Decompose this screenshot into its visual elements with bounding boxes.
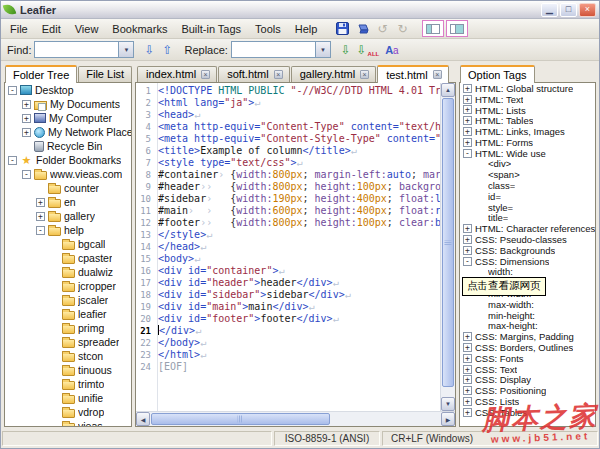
tree-item-en[interactable]: +en (5, 195, 131, 209)
save-icon[interactable] (332, 20, 352, 38)
find-previous-icon[interactable]: ⇧ (158, 43, 176, 57)
expand-toggle-icon[interactable]: + (463, 235, 472, 244)
tree-item-trimto[interactable]: trimto (5, 377, 131, 391)
undo-icon[interactable]: ↺ (372, 20, 392, 38)
collapse-toggle-icon[interactable]: - (463, 149, 472, 158)
collapse-toggle-icon[interactable]: - (8, 86, 17, 95)
expand-toggle-icon[interactable]: + (463, 332, 472, 341)
close-tab-icon[interactable]: × (360, 70, 369, 79)
tree-item-vieas[interactable]: vieas (5, 419, 131, 427)
code-line-24[interactable]: 24[EOF] (136, 361, 440, 373)
tree-item-desktop[interactable]: -Desktop (5, 83, 131, 97)
code-line-13[interactable]: 13</style>↵ (136, 229, 440, 241)
collapse-toggle-icon[interactable]: - (8, 156, 17, 165)
scroll-down-icon[interactable]: ▼ (441, 397, 455, 411)
option-item-max-width[interactable]: max-width: (460, 299, 595, 310)
menu-help[interactable]: Help (288, 20, 325, 38)
option-item-html-text[interactable]: +HTML: Text (460, 94, 595, 105)
menu-bookmarks[interactable]: Bookmarks (105, 20, 174, 38)
option-item-html-links-images[interactable]: +HTML: Links, Images (460, 126, 595, 137)
option-item-id[interactable]: id= (460, 191, 595, 202)
option-item-css-pseudo-classes[interactable]: +CSS: Pseudo-classes (460, 234, 595, 245)
expand-toggle-icon[interactable]: + (463, 95, 472, 104)
tree-item-tinuous[interactable]: tinuous (5, 363, 131, 377)
code-line-3[interactable]: 3<head>↵ (136, 109, 440, 121)
option-item-html-tables[interactable]: +HTML: Tables (460, 115, 595, 126)
tree-item-help[interactable]: -help (5, 223, 131, 237)
code-line-9[interactable]: 9#header›› {width:800px; height:100px; b… (136, 181, 440, 193)
menu-file[interactable]: File (3, 20, 35, 38)
tree-item-spreader[interactable]: spreader (5, 335, 131, 349)
code-line-15[interactable]: 15<body>↵ (136, 253, 440, 265)
option-item-html-character-references[interactable]: +HTML: Character references (460, 223, 595, 234)
tree-item-vdrop[interactable]: vdrop (5, 405, 131, 419)
option-item-css-tables[interactable]: +CSS: Tables (460, 407, 595, 418)
tree-item-jscaler[interactable]: jscaler (5, 293, 131, 307)
horizontal-scroll-thumb[interactable] (151, 413, 330, 425)
code-line-21[interactable]: 21</div>↵ (136, 325, 440, 337)
find-input[interactable] (35, 42, 118, 57)
tab-folder-tree[interactable]: Folder Tree (5, 65, 77, 83)
expand-toggle-icon[interactable]: + (463, 354, 472, 363)
code-line-8[interactable]: 8#container› {width:800px; margin-left:a… (136, 169, 440, 181)
option-item-css-dimensions[interactable]: -CSS: Dimensions (460, 256, 595, 267)
tab-gallery-html[interactable]: gallery.html× (291, 66, 376, 82)
scroll-left-icon[interactable]: ◀ (136, 412, 150, 426)
menu-built-in-tags[interactable]: Built-in Tags (174, 20, 248, 38)
match-case-icon[interactable]: Aa (381, 44, 403, 56)
option-item-html-lists[interactable]: +HTML: Lists (460, 105, 595, 116)
collapse-toggle-icon[interactable]: - (463, 257, 472, 266)
horizontal-scroll-track[interactable] (331, 412, 441, 426)
tree-item-primg[interactable]: primg (5, 321, 131, 335)
tree-item-jcropper[interactable]: jcropper (5, 279, 131, 293)
code-line-6[interactable]: 6<title>Example of column</title>↵ (136, 145, 440, 157)
expand-toggle-icon[interactable]: + (36, 212, 45, 221)
tree-item-unifie[interactable]: unifie (5, 391, 131, 405)
close-tab-icon[interactable]: × (201, 70, 210, 79)
tab-soft-html[interactable]: soft.html× (218, 66, 290, 82)
option-item-html-wide-use[interactable]: -HTML: Wide use (460, 148, 595, 159)
collapse-toggle-icon[interactable]: - (22, 170, 31, 179)
eraser-icon[interactable] (352, 20, 372, 38)
expand-toggle-icon[interactable]: + (463, 84, 472, 93)
expand-toggle-icon[interactable]: + (463, 116, 472, 125)
replace-all-icon[interactable]: ⇩ ALL (355, 43, 381, 57)
find-dropdown-icon[interactable]: ▼ (118, 42, 133, 57)
tab-option-tags[interactable]: Option Tags (460, 65, 535, 83)
redo-icon[interactable]: ↻ (392, 20, 412, 38)
code-line-23[interactable]: 23</html>↵ (136, 349, 440, 361)
option-item-css-display[interactable]: +CSS: Display (460, 375, 595, 386)
code-line-22[interactable]: 22</body>↵ (136, 337, 440, 349)
expand-toggle-icon[interactable]: + (463, 138, 472, 147)
toggle-right-panel-icon[interactable] (446, 20, 468, 37)
close-button[interactable]: × (579, 3, 596, 17)
collapse-toggle-icon[interactable]: - (36, 226, 45, 235)
menu-tools[interactable]: Tools (248, 20, 288, 38)
horizontal-scrollbar[interactable]: ◀ ▶ (136, 411, 455, 426)
close-tab-icon[interactable]: × (274, 70, 283, 79)
tree-item-counter[interactable]: counter (5, 181, 131, 195)
menu-edit[interactable]: Edit (35, 20, 68, 38)
expand-toggle-icon[interactable]: + (463, 408, 472, 417)
option-item-css-fonts[interactable]: +CSS: Fonts (460, 353, 595, 364)
tree-item-my-network-places[interactable]: +My Network Places (5, 125, 131, 139)
replace-dropdown-icon[interactable]: ▼ (315, 42, 330, 57)
expand-toggle-icon[interactable]: + (463, 105, 472, 114)
tree-item-leafier[interactable]: leafier (5, 307, 131, 321)
tree-item-dualwiz[interactable]: dualwiz (5, 265, 131, 279)
code-line-7[interactable]: 7<style type="text/css">↵ (136, 157, 440, 169)
expand-toggle-icon[interactable]: + (36, 198, 45, 207)
code-line-2[interactable]: 2<html lang="ja">↵ (136, 97, 440, 109)
tree-item-folder-bookmarks[interactable]: -★Folder Bookmarks (5, 153, 131, 167)
tree-item-cpaster[interactable]: cpaster (5, 251, 131, 265)
option-item-css-margins-padding[interactable]: +CSS: Margins, Padding (460, 331, 595, 342)
tab-test-html[interactable]: test.html× (377, 65, 449, 83)
tree-item-gallery[interactable]: +gallery (5, 209, 131, 223)
code-line-18[interactable]: 18<div id="sidebar">sidebar</div>↵ (136, 289, 440, 301)
scroll-right-icon[interactable]: ▶ (441, 412, 455, 426)
close-tab-icon[interactable]: × (433, 70, 442, 79)
minimize-button[interactable]: ▁ (541, 3, 558, 17)
replace-input[interactable] (232, 42, 315, 57)
expand-toggle-icon[interactable]: + (22, 114, 31, 123)
code-line-1[interactable]: 1<!DOCTYPE HTML PUBLIC "-//W3C//DTD HTML… (136, 85, 440, 97)
